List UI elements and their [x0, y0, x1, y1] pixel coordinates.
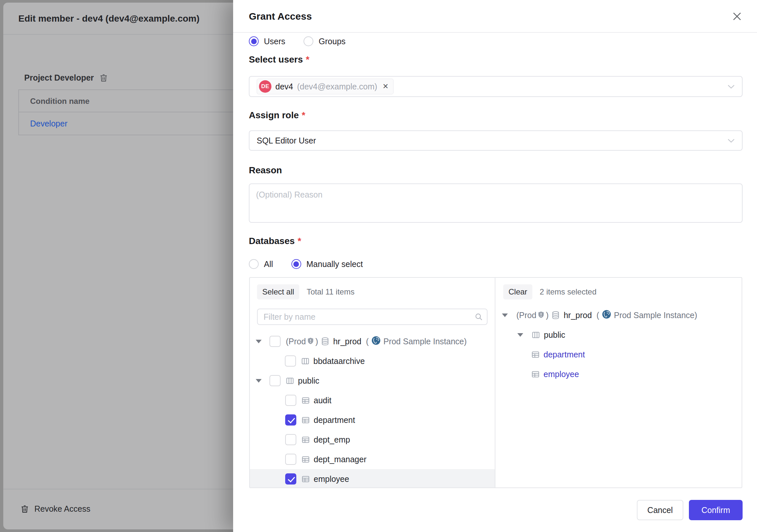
radio-manually-select-label: Manually select	[307, 260, 363, 269]
checkbox[interactable]	[285, 356, 296, 366]
condition-developer-link[interactable]: Developer	[30, 119, 68, 128]
caret-down-icon[interactable]	[256, 379, 261, 383]
source-header: Select all Total 11 items	[257, 284, 355, 299]
checkbox-checked[interactable]	[285, 414, 296, 425]
table-icon	[302, 396, 310, 405]
table-icon	[302, 475, 310, 483]
confirm-button[interactable]: Confirm	[689, 500, 742, 520]
clear-button[interactable]: Clear	[503, 284, 532, 299]
select-all-button[interactable]: Select all	[257, 284, 299, 299]
checkbox[interactable]	[285, 454, 296, 465]
tree-row-table[interactable]: employee	[250, 469, 495, 487]
checkbox[interactable]	[285, 395, 296, 406]
tree-row-table[interactable]: dept_manager	[250, 450, 495, 469]
radio-groups-control[interactable]	[304, 36, 313, 46]
caret-down-icon[interactable]	[256, 340, 261, 343]
avatar: DE	[259, 80, 271, 93]
revoke-access-button[interactable]: Revoke Access	[20, 501, 90, 516]
caret-down-icon[interactable]	[517, 333, 523, 337]
tree-row-table[interactable]: department	[496, 345, 742, 364]
required-asterisk: *	[302, 110, 305, 120]
member-type-radio-group: Users Groups	[249, 34, 346, 48]
postgresql-icon	[602, 310, 611, 321]
radio-users[interactable]: Users	[249, 36, 285, 46]
total-items-label: Total 11 items	[307, 287, 354, 297]
checkbox[interactable]	[269, 375, 281, 386]
target-tree: (Prod ) hr_prod ( Prod Sample Instance) …	[496, 305, 742, 487]
radio-manually-select-control[interactable]	[291, 259, 301, 269]
tree-row-schema[interactable]: public	[496, 325, 742, 345]
user-chip-email: (dev4@example.com)	[297, 82, 377, 91]
chevron-down-icon	[728, 139, 735, 143]
select-users-label: Select users*	[249, 54, 309, 65]
user-chip: DE dev4 (dev4@example.com) ✕	[257, 78, 394, 94]
required-asterisk: *	[306, 54, 309, 65]
tree-row-schema[interactable]: bbdataarchive	[250, 351, 495, 371]
role-select[interactable]: SQL Editor User	[249, 130, 742, 151]
reason-textarea[interactable]	[249, 183, 742, 223]
database-transfer: Select all Total 11 items (Prod )	[249, 277, 742, 488]
radio-groups[interactable]: Groups	[304, 36, 346, 46]
radio-manually-select[interactable]: Manually select	[291, 259, 363, 269]
tree-row-schema[interactable]: public	[250, 371, 495, 391]
transfer-target-pane: Clear 2 items selected (Prod ) hr_prod (…	[495, 278, 742, 487]
tree-row-table[interactable]: department	[250, 410, 495, 430]
cancel-button[interactable]: Cancel	[637, 500, 683, 520]
chevron-down-icon	[728, 84, 735, 89]
radio-all[interactable]: All	[249, 259, 273, 269]
project-role-title: Project Developer	[24, 73, 94, 82]
checkbox[interactable]	[285, 434, 296, 445]
filter-field	[257, 309, 488, 325]
tree-row-database[interactable]: (Prod ) hr_prod ( Prod Sample Instance)	[250, 331, 495, 351]
close-icon[interactable]	[732, 11, 742, 22]
databases-label: Databases*	[249, 236, 301, 246]
checkbox-checked[interactable]	[285, 473, 296, 485]
database-name: hr_prod	[563, 311, 591, 320]
radio-all-label: All	[264, 260, 273, 269]
database-name: hr_prod	[333, 337, 361, 346]
caret-down-icon[interactable]	[502, 314, 508, 317]
transfer-source-pane: Select all Total 11 items (Prod )	[250, 278, 495, 487]
required-asterisk: *	[298, 236, 301, 246]
trash-icon	[20, 505, 29, 513]
modal-title: Grant Access	[249, 0, 312, 33]
table-icon	[302, 455, 310, 463]
modal-header: Grant Access	[233, 0, 757, 33]
radio-users-label: Users	[264, 37, 285, 46]
schema-icon	[532, 331, 540, 339]
tree-row-table[interactable]: audit	[250, 391, 495, 410]
environment-shield-icon	[538, 311, 544, 320]
source-tree: (Prod ) hr_prod ( Prod Sample Instance) …	[250, 331, 495, 487]
database-icon	[321, 337, 329, 346]
tree-row-table[interactable]: employee	[496, 364, 742, 384]
tree-row-table[interactable]: dept_emp	[250, 430, 495, 450]
databases-radio-group: All Manually select	[249, 257, 363, 271]
radio-users-control[interactable]	[249, 36, 259, 46]
tree-row-database[interactable]: (Prod ) hr_prod ( Prod Sample Instance)	[496, 305, 742, 325]
assign-role-label: Assign role*	[249, 110, 305, 121]
edit-member-title: Edit member - dev4 (dev4@example.com)	[18, 3, 199, 35]
role-select-value: SQL Editor User	[257, 136, 316, 145]
target-header: Clear 2 items selected	[503, 284, 596, 299]
delete-role-icon[interactable]	[99, 73, 108, 82]
project-role-line: Project Developer	[24, 71, 108, 84]
environment-shield-icon	[308, 337, 314, 346]
grant-access-modal: Grant Access Users Groups Select users* …	[233, 0, 757, 532]
search-icon	[474, 313, 483, 322]
reason-label: Reason	[249, 165, 282, 175]
selected-items-label: 2 items selected	[540, 287, 596, 297]
user-chip-name: dev4	[275, 82, 293, 91]
postgresql-icon	[371, 336, 381, 347]
filter-input[interactable]	[257, 309, 488, 325]
checkbox[interactable]	[269, 336, 281, 347]
table-icon	[302, 436, 310, 444]
revoke-access-label: Revoke Access	[34, 504, 90, 514]
radio-all-control[interactable]	[249, 259, 259, 269]
table-icon	[302, 416, 310, 424]
schema-icon	[301, 357, 309, 365]
remove-user-icon[interactable]: ✕	[382, 82, 388, 91]
schema-icon	[286, 377, 294, 385]
table-icon	[531, 370, 540, 378]
users-select[interactable]: DE dev4 (dev4@example.com) ✕	[249, 76, 742, 97]
database-icon	[552, 311, 560, 319]
